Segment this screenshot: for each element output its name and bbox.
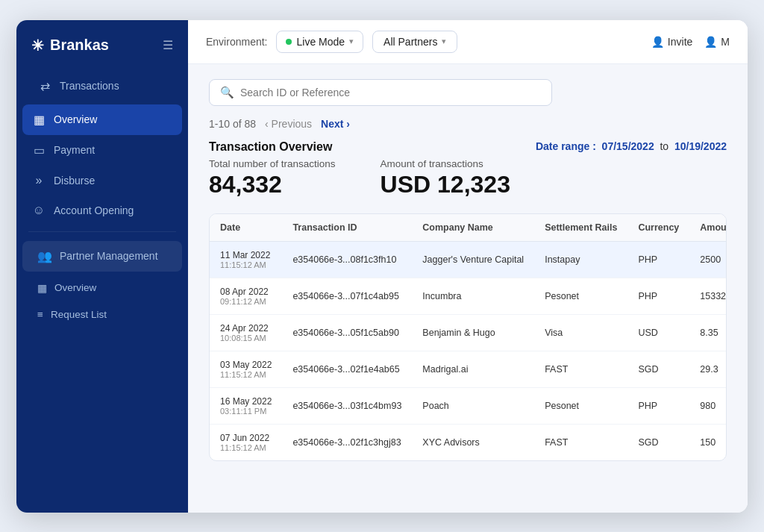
cell-transaction-id: e354066e-3...03f1c4bm93	[282, 387, 412, 424]
amount-stat: Amount of transactions USD 12,323	[381, 158, 510, 198]
env-chevron-icon: ▾	[349, 37, 354, 46]
cell-date: 03 May 2022 11:15:12 AM	[210, 351, 282, 387]
cell-currency: PHP	[627, 387, 689, 424]
sidebar-divider	[28, 231, 176, 232]
search-icon: 🔍	[220, 86, 234, 99]
content-area: 🔍 1-10 of 88 ‹ Previous Next › Transacti…	[188, 64, 748, 513]
total-transactions-label: Total number of transactions	[209, 158, 336, 169]
cell-amount: 150	[689, 424, 727, 460]
request-list-icon: ≡	[37, 309, 43, 320]
table-header-row: Date Transaction ID Company Name Settlem…	[210, 214, 727, 242]
cell-company: Madrigal.ai	[412, 351, 534, 387]
menu-toggle-icon[interactable]: ☰	[163, 38, 173, 52]
cell-company: XYC Advisors	[412, 424, 534, 460]
cell-date: 16 May 2022 03:11:11 PM	[210, 387, 282, 424]
col-settlement-rails: Settlement Rails	[534, 214, 627, 242]
table-row[interactable]: 11 Mar 2022 11:15:12 AM e354066e-3...08f…	[210, 241, 727, 278]
table-row[interactable]: 24 Apr 2022 10:08:15 AM e354066e-3...05f…	[210, 314, 727, 351]
date-range: Date range : 07/15/2022 to 10/19/2022	[536, 140, 727, 152]
overview-icon: ▦	[31, 113, 46, 127]
sidebar-item-pm-overview-label: Overview	[54, 282, 96, 293]
sidebar-item-disburse[interactable]: » Disburse	[16, 166, 188, 195]
env-mode-label: Live Mode	[296, 36, 345, 48]
user-icon: 👤	[704, 36, 717, 48]
sidebar: ✳ Brankas ☰ ⇄ Transactions ▦ Overview ▭ …	[16, 20, 188, 513]
payment-icon: ▭	[31, 143, 46, 157]
cell-amount: 29.3	[689, 351, 727, 387]
col-transaction-id: Transaction ID	[282, 214, 412, 242]
logo: ✳ Brankas	[31, 37, 109, 54]
cell-currency: SGD	[627, 351, 689, 387]
logo-icon: ✳	[31, 37, 44, 54]
sidebar-item-account-opening-label: Account Opening	[54, 204, 134, 216]
user-menu-button[interactable]: 👤 M	[704, 36, 730, 48]
date-from: 07/15/2022	[602, 140, 654, 152]
cell-transaction-id: e354066e-3...02f1c3hgj83	[282, 424, 412, 460]
cell-amount: 2500	[689, 241, 727, 278]
cell-date: 11 Mar 2022 11:15:12 AM	[210, 241, 282, 278]
cell-currency: USD	[627, 314, 689, 351]
sidebar-item-partner-management[interactable]: 👥 Partner Management	[22, 241, 182, 272]
sidebar-item-payment[interactable]: ▭ Payment	[16, 135, 188, 166]
cell-currency: PHP	[627, 278, 689, 314]
pagination-row: 1-10 of 88 ‹ Previous Next ›	[209, 118, 727, 130]
sidebar-item-request-list[interactable]: ≡ Request List	[16, 301, 188, 328]
pm-overview-icon: ▦	[37, 282, 47, 294]
overview-header: Transaction Overview Date range : 07/15/…	[209, 140, 727, 154]
invite-button[interactable]: 👤 Invite	[651, 36, 692, 48]
table-row[interactable]: 08 Apr 2022 09:11:12 AM e354066e-3...07f…	[210, 278, 727, 314]
partners-chevron-icon: ▾	[442, 37, 446, 46]
cell-transaction-id: e354066e-3...02f1e4ab65	[282, 351, 412, 387]
amount-label: Amount of transactions	[381, 158, 510, 169]
topbar-right: 👤 Invite 👤 M	[651, 36, 730, 48]
cell-amount: 15332	[689, 278, 727, 314]
cell-rails: FAST	[534, 424, 627, 460]
cell-amount: 980	[689, 387, 727, 424]
live-mode-dot	[286, 39, 292, 45]
sidebar-item-partner-management-label: Partner Management	[60, 250, 158, 262]
app-name: Brankas	[50, 37, 109, 54]
stats-row: Total number of transactions 84,332 Amou…	[209, 158, 727, 198]
sidebar-item-disburse-label: Disburse	[54, 175, 95, 187]
environment-label: Environment:	[206, 36, 267, 48]
overview-title: Transaction Overview	[209, 140, 332, 154]
sidebar-item-pm-overview[interactable]: ▦ Overview	[16, 275, 188, 301]
topbar-left: Environment: Live Mode ▾ All Partners ▾	[206, 31, 457, 53]
cell-date: 08 Apr 2022 09:11:12 AM	[210, 278, 282, 314]
sidebar-item-transactions[interactable]: ⇄ Transactions	[22, 71, 182, 101]
sidebar-item-account-opening[interactable]: ☺ Account Opening	[16, 195, 188, 225]
previous-button[interactable]: ‹ Previous	[265, 118, 312, 130]
account-opening-icon: ☺	[31, 204, 46, 217]
sidebar-item-overview[interactable]: ▦ Overview	[22, 104, 182, 135]
cell-date: 24 Apr 2022 10:08:15 AM	[210, 314, 282, 351]
search-input[interactable]	[240, 87, 541, 98]
transactions-table: Date Transaction ID Company Name Settlem…	[209, 213, 727, 461]
cell-transaction-id: e354066e-3...05f1c5ab90	[282, 314, 412, 351]
pagination-info: 1-10 of 88	[209, 118, 256, 130]
cell-rails: Instapay	[534, 241, 627, 278]
next-button[interactable]: Next ›	[321, 118, 350, 130]
cell-currency: SGD	[627, 424, 689, 460]
environment-dropdown[interactable]: Live Mode ▾	[276, 31, 363, 53]
partners-dropdown[interactable]: All Partners ▾	[372, 31, 457, 53]
amount-value: USD 12,323	[381, 171, 510, 198]
cell-transaction-id: e354066e-3...07f1c4ab95	[282, 278, 412, 314]
col-currency: Currency	[627, 214, 689, 242]
cell-rails: FAST	[534, 351, 627, 387]
invite-icon: 👤	[651, 36, 664, 48]
col-amount: Amount	[689, 214, 727, 242]
cell-rails: Visa	[534, 314, 627, 351]
table-row[interactable]: 07 Jun 2022 11:15:12 AM e354066e-3...02f…	[210, 424, 727, 460]
partners-label: All Partners	[383, 36, 437, 48]
col-company-name: Company Name	[412, 214, 534, 242]
app-window: ✳ Brankas ☰ ⇄ Transactions ▦ Overview ▭ …	[16, 20, 748, 513]
cell-date: 07 Jun 2022 11:15:12 AM	[210, 424, 282, 460]
table-row[interactable]: 16 May 2022 03:11:11 PM e354066e-3...03f…	[210, 387, 727, 424]
sidebar-item-payment-label: Payment	[54, 144, 95, 156]
sidebar-item-request-list-label: Request List	[51, 309, 107, 320]
search-bar: 🔍	[209, 79, 552, 106]
table-row[interactable]: 03 May 2022 11:15:12 AM e354066e-3...02f…	[210, 351, 727, 387]
cell-company: Jagger's Venture Capital	[412, 241, 534, 278]
cell-company: Poach	[412, 387, 534, 424]
cell-rails: Pesonet	[534, 387, 627, 424]
